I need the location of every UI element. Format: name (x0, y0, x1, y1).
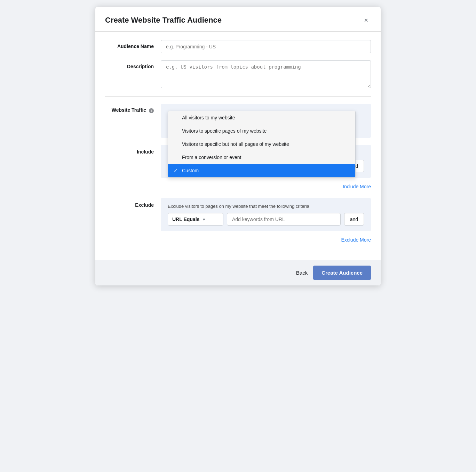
back-button[interactable]: Back (296, 270, 308, 276)
modal: Create Website Traffic Audience × Audien… (95, 7, 381, 285)
include-more-link: Include More (161, 181, 371, 190)
create-audience-button[interactable]: Create Audience (313, 266, 371, 280)
exclude-and-button[interactable]: and (344, 213, 364, 226)
exclude-more-link: Exclude More (161, 234, 371, 243)
include-label: Include (105, 145, 161, 155)
close-button[interactable]: × (361, 15, 371, 25)
exclude-more-anchor[interactable]: Exclude More (341, 237, 371, 243)
description-input[interactable] (161, 60, 371, 88)
website-traffic-row: Website Traffic i All visitors to my web… (105, 104, 371, 138)
modal-body: Audience Name Description Website Traffi… (95, 32, 381, 260)
divider (105, 96, 371, 97)
dropdown-item-conversion[interactable]: From a conversion or event (168, 151, 355, 164)
website-traffic-control: All visitors to my website Visitors to s… (161, 104, 371, 138)
modal-footer: Back Create Audience (95, 260, 381, 285)
modal-title: Create Website Traffic Audience (105, 16, 222, 25)
exclude-label: Exclude (105, 198, 161, 208)
description-control (161, 60, 371, 89)
exclude-url-filter-label: URL Equals (172, 217, 199, 222)
modal-header: Create Website Traffic Audience × (95, 7, 381, 32)
audience-name-row: Audience Name (105, 40, 371, 53)
dropdown-item-specific-not-all[interactable]: Visitors to specific but not all pages o… (168, 137, 355, 151)
exclude-keywords-input[interactable] (227, 213, 341, 226)
website-traffic-label: Website Traffic i (105, 104, 161, 113)
include-more-anchor[interactable]: Include More (343, 184, 371, 189)
exclude-url-chevron-icon: ▼ (202, 218, 206, 221)
dropdown-item-custom[interactable]: ✓ Custom (168, 164, 355, 177)
exclude-criteria-row: URL Equals ▼ and (168, 213, 364, 226)
audience-name-label: Audience Name (105, 40, 161, 49)
exclude-url-select[interactable]: URL Equals ▼ (168, 213, 223, 226)
exclude-content: Exclude visitors to pages on my website … (161, 198, 371, 243)
exclude-section-row: Exclude Exclude visitors to pages on my … (105, 198, 371, 243)
audience-name-control (161, 40, 371, 53)
description-row: Description (105, 60, 371, 89)
exclude-criteria-section: Exclude visitors to pages on my website … (161, 198, 371, 231)
website-traffic-section: All visitors to my website Visitors to s… (161, 104, 371, 138)
checkmark-custom: ✓ (174, 168, 179, 173)
website-traffic-info-icon[interactable]: i (149, 108, 154, 113)
dropdown-item-specific-pages[interactable]: Visitors to specific pages of my website (168, 124, 355, 137)
description-label: Description (105, 60, 161, 69)
traffic-type-dropdown-menu: All visitors to my website Visitors to s… (168, 111, 356, 178)
exclude-criteria-label: Exclude visitors to pages on my website … (168, 204, 364, 209)
dropdown-item-all-visitors[interactable]: All visitors to my website (168, 111, 355, 124)
audience-name-input[interactable] (161, 40, 371, 53)
